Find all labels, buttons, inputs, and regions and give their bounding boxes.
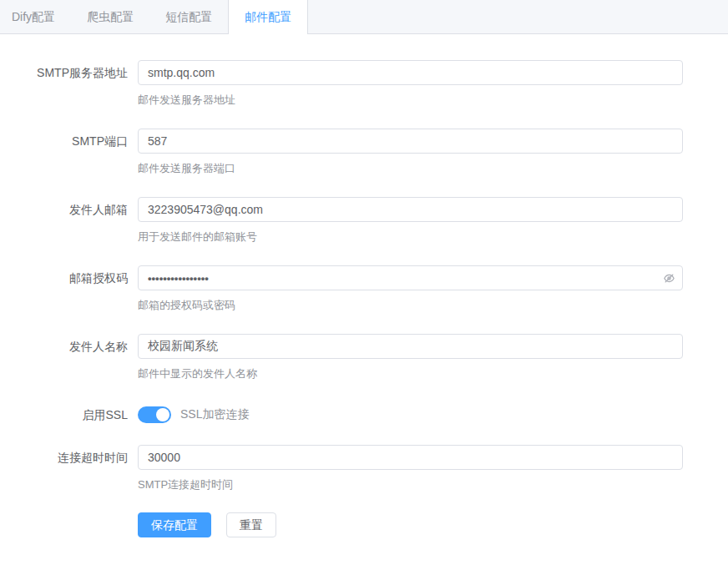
sender-email-input[interactable] (138, 197, 683, 222)
smtp-host-input[interactable] (138, 60, 683, 85)
sender-name-input[interactable] (138, 334, 683, 359)
tab-dify-config[interactable]: Dify配置 (0, 0, 71, 33)
tab-bar: Dify配置 爬虫配置 短信配置 邮件配置 (0, 0, 728, 34)
sender-email-label: 发件人邮箱 (0, 197, 138, 244)
sender-email-hint: 用于发送邮件的邮箱账号 (138, 230, 683, 244)
smtp-host-label: SMTP服务器地址 (0, 60, 138, 107)
ssl-label: 启用SSL (0, 402, 138, 427)
reset-button[interactable]: 重置 (226, 512, 276, 537)
tab-crawler-config[interactable]: 爬虫配置 (71, 0, 149, 33)
form-row-timeout: 连接超时时间 SMTP连接超时时间 (0, 445, 683, 492)
email-config-form: SMTP服务器地址 邮件发送服务器地址 SMTP端口 邮件发送服务器端口 发件人… (0, 34, 728, 537)
tab-email-config[interactable]: 邮件配置 (228, 0, 308, 34)
form-row-smtp-port: SMTP端口 邮件发送服务器端口 (0, 129, 683, 175)
form-row-sender-email: 发件人邮箱 用于发送邮件的邮箱账号 (0, 197, 683, 244)
sender-name-label: 发件人名称 (0, 334, 138, 381)
auth-code-label: 邮箱授权码 (0, 265, 138, 312)
timeout-label: 连接超时时间 (0, 445, 138, 492)
form-row-auth-code: 邮箱授权码 邮箱的授权码或密码 (0, 265, 683, 312)
form-row-ssl: 启用SSL SSL加密连接 (0, 402, 683, 427)
auth-code-hint: 邮箱的授权码或密码 (138, 298, 683, 312)
form-row-sender-name: 发件人名称 邮件中显示的发件人名称 (0, 334, 683, 381)
ssl-switch[interactable] (138, 406, 171, 423)
save-config-button[interactable]: 保存配置 (138, 512, 211, 537)
smtp-port-input[interactable] (138, 129, 683, 154)
form-row-buttons: 保存配置 重置 (0, 512, 683, 537)
smtp-host-hint: 邮件发送服务器地址 (138, 93, 683, 107)
ssl-switch-text: SSL加密连接 (180, 407, 249, 422)
auth-code-input[interactable] (138, 265, 683, 290)
tab-sms-config[interactable]: 短信配置 (149, 0, 228, 33)
timeout-input[interactable] (138, 445, 683, 470)
smtp-port-label: SMTP端口 (0, 129, 138, 175)
timeout-hint: SMTP连接超时时间 (138, 477, 683, 492)
eye-off-icon[interactable] (663, 272, 675, 285)
sender-name-hint: 邮件中显示的发件人名称 (138, 366, 683, 381)
ssl-switch-knob (156, 408, 169, 421)
form-row-smtp-host: SMTP服务器地址 邮件发送服务器地址 (0, 60, 683, 107)
smtp-port-hint: 邮件发送服务器端口 (138, 161, 683, 175)
